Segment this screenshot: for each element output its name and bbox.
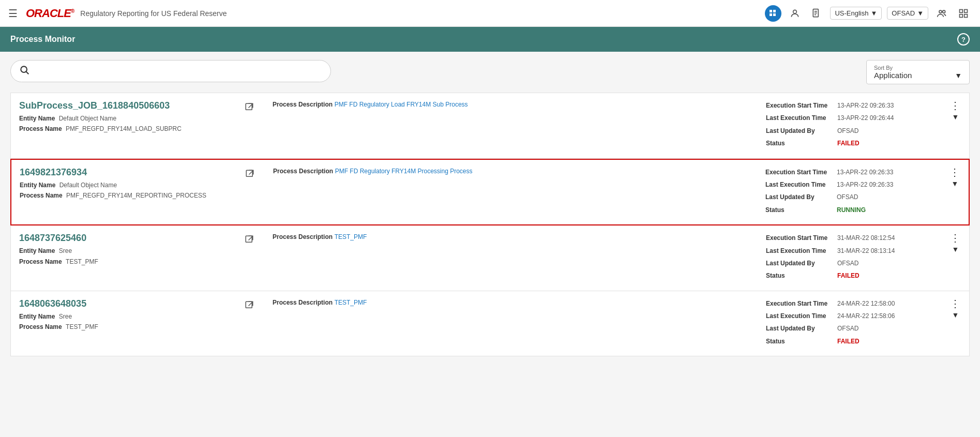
- expand-icon-2[interactable]: ▼: [952, 179, 959, 188]
- sort-chevron-icon: ▼: [955, 71, 962, 80]
- process-item-3: 1648737625460 Entity Name Sree Process N…: [10, 225, 970, 291]
- status-label-1: Status: [766, 138, 833, 148]
- more-options-icon-1[interactable]: ⋮: [950, 100, 961, 111]
- updated-by-value-3: OFSAD: [837, 258, 858, 268]
- desc-label-3: Process Description: [273, 233, 333, 240]
- entity-value-2: Default Object Name: [59, 182, 117, 189]
- expand-icon-4[interactable]: ▼: [952, 311, 959, 319]
- org-label: OFSAD: [892, 9, 915, 17]
- users-icon[interactable]: [933, 5, 950, 22]
- open-icon-4[interactable]: [245, 300, 254, 312]
- process-meta-4: Entity Name Sree Process Name TEST_PMF: [19, 311, 236, 333]
- more-options-icon-3[interactable]: ⋮: [950, 233, 961, 243]
- updated-by-label-3: Last Updated By: [766, 258, 833, 268]
- exec-start-label-2: Execution Start Time: [765, 167, 833, 177]
- process-name-value-1: PMF_REGFD_FRY14M_LOAD_SUBPRC: [66, 125, 182, 132]
- process-title-1[interactable]: SubProcess_JOB_1618840506603: [19, 100, 236, 111]
- desc-value-2[interactable]: PMF FD Regulatory FRY14M Processing Proc…: [335, 168, 473, 175]
- expand-icon-3[interactable]: ▼: [952, 245, 959, 253]
- svg-point-4: [793, 10, 797, 13]
- search-input[interactable]: [34, 67, 322, 76]
- process-item: SubProcess_JOB_1618840506603 Entity Name…: [10, 93, 970, 159]
- process-left-3: 1648737625460 Entity Name Sree Process N…: [19, 233, 236, 267]
- svg-rect-13: [964, 14, 968, 17]
- action-icons-4: ⋮ ▼: [950, 298, 961, 319]
- language-selector[interactable]: US-English ▼: [830, 7, 882, 20]
- exec-start-value-4: 24-MAR-22 12:58:00: [837, 298, 895, 309]
- entity-value-4: Sree: [59, 313, 72, 320]
- process-name-value-2: PMF_REGFD_FRY14M_REPORTING_PROCESS: [66, 192, 206, 199]
- page-header-title: Process Monitor: [10, 35, 75, 44]
- process-middle-4: Process Description TEST_PMF: [262, 298, 758, 306]
- process-right-1: Execution Start Time 13-APR-22 09:26:33 …: [766, 100, 942, 151]
- desc-value-1[interactable]: PMF FD Regulatory Load FRY14M Sub Proces…: [335, 101, 468, 108]
- svg-rect-3: [773, 13, 776, 16]
- action-icons-2: ⋮ ▼: [949, 167, 960, 188]
- search-box[interactable]: [10, 60, 331, 82]
- svg-rect-26: [246, 236, 252, 242]
- sort-by-dropdown[interactable]: Sort By Application ▼: [866, 60, 970, 84]
- open-icon-3[interactable]: [245, 235, 254, 247]
- action-icons-1: ⋮ ▼: [950, 100, 961, 121]
- process-right-2: Execution Start Time 13-APR-22 09:26:33 …: [765, 167, 941, 218]
- entity-label-3: Entity Name: [19, 247, 55, 254]
- exec-start-value-2: 13-APR-22 09:26:33: [837, 167, 893, 177]
- open-icon-2[interactable]: [245, 169, 254, 181]
- expand-icon-1[interactable]: ▼: [952, 113, 959, 121]
- process-middle-2: Process Description PMF FD Regulatory FR…: [263, 167, 757, 175]
- svg-rect-11: [960, 9, 963, 12]
- org-selector[interactable]: OFSAD ▼: [887, 7, 928, 20]
- process-meta-3: Entity Name Sree Process Name TEST_PMF: [19, 246, 236, 267]
- exec-start-value-3: 31-MAR-22 08:12:54: [837, 233, 895, 243]
- process-name-label-1: Process Name: [19, 125, 62, 132]
- process-title-3[interactable]: 1648737625460: [19, 233, 236, 244]
- process-name-value-3: TEST_PMF: [66, 258, 98, 265]
- search-icon: [19, 65, 29, 78]
- svg-rect-2: [770, 13, 772, 16]
- process-title-4[interactable]: 1648063648035: [19, 298, 236, 309]
- status-value-2: RUNNING: [837, 205, 866, 215]
- user-icon[interactable]: [787, 5, 803, 22]
- process-left-4: 1648063648035 Entity Name Sree Process N…: [19, 298, 236, 333]
- status-value-4: FAILED: [837, 336, 860, 346]
- process-middle-1: Process Description PMF FD Regulatory Lo…: [262, 100, 758, 108]
- desc-value-4[interactable]: TEST_PMF: [335, 299, 367, 306]
- process-item-highlighted: 1649821376934 Entity Name Default Object…: [10, 159, 970, 226]
- more-options-icon-2[interactable]: ⋮: [949, 167, 960, 177]
- grid-icon[interactable]: [765, 5, 781, 22]
- last-exec-value-3: 31-MAR-22 08:13:14: [837, 246, 895, 256]
- svg-rect-22: [246, 103, 252, 110]
- status-label-2: Status: [765, 205, 833, 215]
- desc-label-1: Process Description: [273, 101, 333, 108]
- more-options-icon-4[interactable]: ⋮: [950, 298, 961, 309]
- exec-start-label-4: Execution Start Time: [766, 298, 833, 309]
- org-chevron: ▼: [917, 9, 924, 17]
- desc-value-3[interactable]: TEST_PMF: [335, 233, 367, 240]
- process-right-3: Execution Start Time 31-MAR-22 08:12:54 …: [766, 233, 942, 283]
- svg-rect-0: [770, 10, 772, 12]
- svg-rect-28: [246, 302, 252, 308]
- hamburger-menu[interactable]: ☰: [8, 7, 18, 20]
- help-button[interactable]: ?: [957, 33, 970, 46]
- desc-label-2: Process Description: [273, 168, 333, 175]
- exec-start-label-3: Execution Start Time: [766, 233, 833, 243]
- document-icon[interactable]: [808, 5, 825, 22]
- process-name-label-2: Process Name: [20, 192, 63, 199]
- process-title-2[interactable]: 1649821376934: [20, 167, 237, 178]
- svg-point-9: [939, 10, 942, 13]
- last-exec-label-2: Last Execution Time: [765, 179, 833, 190]
- last-exec-label-3: Last Execution Time: [766, 246, 833, 256]
- settings-icon[interactable]: [955, 5, 972, 22]
- process-item-4: 1648063648035 Entity Name Sree Process N…: [10, 291, 970, 357]
- updated-by-label-4: Last Updated By: [766, 323, 833, 334]
- open-icon-1[interactable]: [245, 102, 254, 114]
- last-exec-value-4: 24-MAR-22 12:58:06: [837, 311, 895, 321]
- last-exec-value-2: 13-APR-22 09:26:33: [837, 179, 893, 190]
- last-exec-label-4: Last Execution Time: [766, 311, 833, 321]
- last-exec-label-1: Last Execution Time: [766, 113, 833, 123]
- process-left-1: SubProcess_JOB_1618840506603 Entity Name…: [19, 100, 236, 134]
- desc-label-4: Process Description: [273, 299, 333, 306]
- entity-value-3: Sree: [59, 247, 72, 254]
- updated-by-value-2: OFSAD: [837, 192, 858, 202]
- process-right-4: Execution Start Time 24-MAR-22 12:58:00 …: [766, 298, 942, 349]
